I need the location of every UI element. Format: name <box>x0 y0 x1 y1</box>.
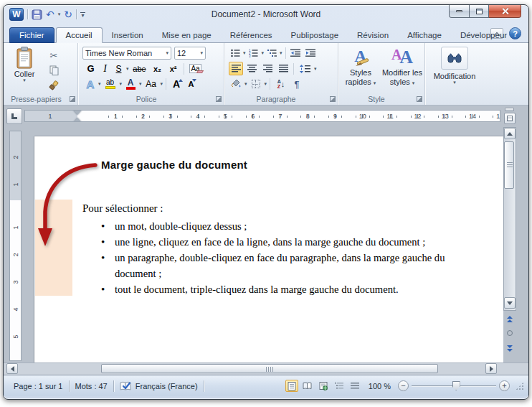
vertical-scrollbar[interactable] <box>503 106 516 362</box>
next-page-button[interactable] <box>504 342 516 354</box>
numbering-dropdown-icon[interactable]: ▾ <box>262 51 265 55</box>
font-name-combo[interactable]: Times New Roman▾ <box>82 47 171 60</box>
customize-qat-icon[interactable]: ▾ <box>80 12 85 17</box>
shading-dropdown-icon[interactable]: ▾ <box>244 82 247 86</box>
scroll-right-button[interactable] <box>485 363 497 374</box>
bold-button[interactable]: G <box>84 62 98 75</box>
font-size-combo[interactable]: 12▾ <box>174 47 206 60</box>
word-logo-icon[interactable]: W <box>9 8 24 21</box>
show-hide-marks-button[interactable]: ¶ <box>290 77 303 91</box>
strikethrough-button[interactable]: abe <box>130 62 149 75</box>
borders-button[interactable] <box>249 77 263 91</box>
bullets-dropdown-icon[interactable]: ▾ <box>243 51 246 55</box>
shrink-font-button[interactable]: A <box>185 77 197 91</box>
restore-button[interactable] <box>470 5 489 18</box>
split-handle[interactable] <box>505 108 514 111</box>
style-dialog-launcher-icon[interactable] <box>417 96 422 102</box>
ribbon-tab[interactable]: Accueil <box>56 27 103 43</box>
increase-indent-button[interactable] <box>304 47 318 60</box>
ribbon-tab[interactable]: Révision <box>348 27 398 43</box>
paste-dropdown-icon[interactable]: ▾ <box>23 78 26 83</box>
highlight-button[interactable]: ab <box>103 77 118 91</box>
underline-dropdown-icon[interactable]: ▾ <box>126 67 129 71</box>
zoom-slider[interactable] <box>412 380 496 391</box>
ribbon-tab[interactable]: Insertion <box>103 27 153 43</box>
ribbon-tab[interactable]: Publipostage <box>282 27 348 43</box>
font-color-dropdown-icon[interactable]: ▾ <box>139 82 142 86</box>
first-line-indent-marker[interactable] <box>73 110 82 115</box>
hanging-indent-marker[interactable] <box>73 118 82 122</box>
multilevel-list-button[interactable] <box>265 47 278 60</box>
paste-button[interactable]: Coller ▾ <box>9 47 39 83</box>
editing-menu-button[interactable]: Modification ▾ <box>429 47 480 85</box>
align-right-button[interactable] <box>260 62 275 75</box>
indent-markers[interactable] <box>72 110 82 122</box>
clipboard-dialog-launcher-icon[interactable] <box>70 96 75 102</box>
subscript-button[interactable]: x₂ <box>151 62 165 75</box>
word-count[interactable]: Mots : 47 <box>70 382 113 390</box>
save-icon[interactable] <box>32 9 42 20</box>
ribbon-tab[interactable]: Fichier <box>9 27 54 43</box>
underline-button[interactable]: S <box>113 62 125 75</box>
align-center-button[interactable] <box>244 62 259 75</box>
view-fullscreen-reading-button[interactable] <box>301 380 314 392</box>
change-case-button[interactable]: Aa <box>143 77 159 91</box>
format-painter-button[interactable] <box>45 78 62 93</box>
change-case-dropdown-icon[interactable]: ▾ <box>161 82 163 86</box>
multilevel-dropdown-icon[interactable]: ▾ <box>280 51 282 55</box>
cut-button[interactable]: ✂ <box>45 48 62 62</box>
view-print-layout-button[interactable] <box>285 380 298 392</box>
zoom-out-button[interactable]: − <box>398 380 409 391</box>
italic-button[interactable]: I <box>99 62 111 75</box>
line-spacing-button[interactable] <box>297 62 313 75</box>
select-browse-object-button[interactable] <box>504 327 516 339</box>
ribbon-tab[interactable]: Affichage <box>398 27 451 43</box>
previous-page-button[interactable] <box>504 313 516 324</box>
view-outline-button[interactable] <box>333 380 346 392</box>
shading-button[interactable] <box>229 77 243 91</box>
font-color-button[interactable]: A <box>123 77 138 91</box>
horizontal-ruler[interactable]: 1 123456789101112131415 <box>24 110 500 122</box>
page-indicator[interactable]: Page : 1 sur 1 <box>8 382 69 390</box>
align-left-button[interactable] <box>229 62 243 75</box>
borders-dropdown-icon[interactable]: ▾ <box>265 82 267 86</box>
line-spacing-dropdown-icon[interactable]: ▾ <box>314 67 317 71</box>
view-draft-button[interactable] <box>348 380 361 392</box>
scrollbar-thumb[interactable] <box>101 364 438 373</box>
text-effects-dropdown-icon[interactable]: ▾ <box>98 82 101 86</box>
zoom-level[interactable]: 100 % <box>364 382 395 390</box>
copy-button[interactable] <box>45 63 62 78</box>
undo-dropdown-icon[interactable]: ▾ <box>58 12 61 17</box>
change-styles-button[interactable]: A A Modifier les styles ▾ <box>381 47 423 87</box>
ribbon-tab[interactable]: Mise en page <box>153 27 221 43</box>
tab-stop-selector[interactable] <box>6 108 22 124</box>
close-button[interactable] <box>489 5 521 18</box>
document-page[interactable]: Marge gauche du document Pour sélectionn… <box>34 136 503 362</box>
highlight-dropdown-icon[interactable]: ▾ <box>120 82 123 86</box>
paragraph-dialog-launcher-icon[interactable] <box>330 96 336 102</box>
superscript-button[interactable]: x² <box>166 62 181 75</box>
justify-button[interactable] <box>276 62 290 75</box>
sort-button[interactable]: A Z ↓ <box>273 77 289 91</box>
ruler-toggle-button[interactable] <box>504 113 516 124</box>
scrollbar-thumb[interactable] <box>504 141 514 189</box>
redo-icon[interactable]: ↻ <box>64 9 72 20</box>
decrease-indent-button[interactable] <box>289 47 303 60</box>
proofing-status[interactable]: Français (France) <box>114 381 204 391</box>
grow-font-button[interactable]: A <box>169 77 184 91</box>
scroll-up-button[interactable] <box>504 128 516 139</box>
font-dialog-launcher-icon[interactable] <box>216 96 222 102</box>
status-bar[interactable]: Page : 1 sur 1 Mots : 47 Français (Franc… <box>4 375 528 396</box>
horizontal-scrollbar[interactable] <box>4 362 528 375</box>
scroll-left-button[interactable] <box>6 363 18 374</box>
text-effects-button[interactable]: A <box>84 77 97 91</box>
minimize-button[interactable] <box>449 5 470 18</box>
quick-styles-button[interactable]: A Styles rapides ▾ <box>341 47 380 87</box>
clear-formatting-button[interactable]: Aa <box>187 62 204 75</box>
zoom-slider-thumb[interactable] <box>452 381 460 390</box>
vertical-ruler[interactable]: 21 12345 <box>9 131 22 361</box>
ribbon-tab[interactable]: Développeur <box>451 27 516 43</box>
numbering-button[interactable]: 123 <box>247 47 260 60</box>
ribbon-tab[interactable]: Références <box>221 27 282 43</box>
resize-grip[interactable] <box>516 382 524 390</box>
